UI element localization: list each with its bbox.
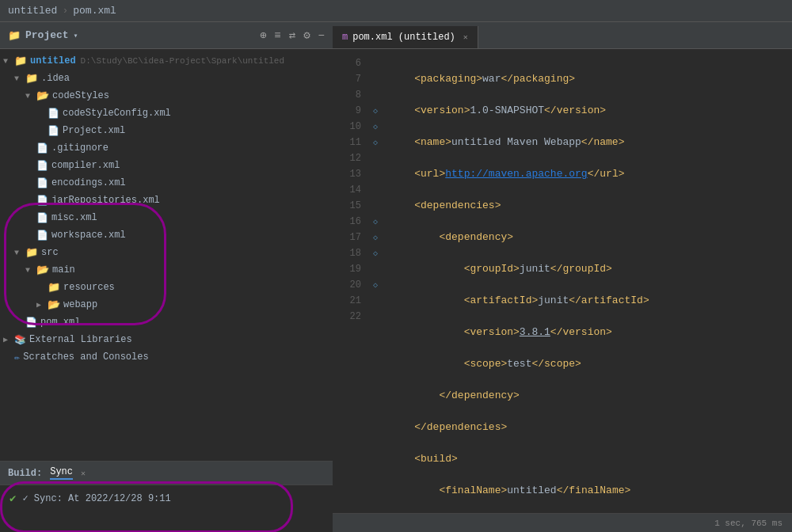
gutter-18[interactable]: ◇ (369, 245, 382, 261)
tree-item-src[interactable]: ▼ 📁 src (0, 244, 333, 261)
tree-item-resources[interactable]: 📁 resources (0, 279, 333, 296)
gutter-20[interactable]: ◇ (369, 277, 382, 293)
gitignore-name: .gitignore (51, 142, 109, 154)
ln-16: 16 (333, 214, 361, 230)
gutter-17[interactable]: ◇ (369, 230, 382, 245)
bottom-panel-header: Build: Sync ✕ (0, 462, 333, 485)
ln-14: 14 (333, 182, 361, 198)
project-header-text: Project (25, 29, 69, 41)
gutter-22 (369, 309, 382, 325)
code-line-16: </dependency> (390, 388, 784, 404)
root-name: untitled (30, 55, 76, 66)
gutter-12 (369, 150, 382, 166)
sync-tab-close[interactable]: ✕ (81, 469, 86, 478)
code-line-6: <packaging>war</packaging> (390, 71, 784, 87)
tree-item-idea[interactable]: ▼ 📁 .idea (0, 70, 333, 87)
root-arrow: ▼ (3, 57, 14, 66)
annotation-circle-2 (0, 481, 293, 532)
editor-tab-pom[interactable]: m pom.xml (untitled) ✕ (333, 26, 478, 48)
tree-item-projectXml[interactable]: 📄 Project.xml (0, 122, 333, 139)
sidebar: 📁 Project ▾ ⊕ ≡ ⇄ ⚙ − ▼ 📁 untitled (0, 22, 333, 532)
code-line-15: <scope>test</scope> (390, 356, 784, 372)
extLibs-icon: 📚 (14, 334, 26, 346)
tree-item-workspace[interactable]: 📄 workspace.xml (0, 226, 333, 244)
bottom-panel: Build: Sync ✕ ✔ ✓ Sync: At 2022/12/28 9:… (0, 461, 333, 532)
ln-10: 10 (333, 119, 361, 135)
tree-item-codeStyles[interactable]: ▼ 📂 codeStyles (0, 87, 333, 104)
project-folder-icon: 📁 (8, 29, 21, 42)
code-line-17: </dependencies> (390, 420, 784, 435)
tree-item-compiler[interactable]: 📄 compiler.xml (0, 157, 333, 174)
editor-tabs: m pom.xml (untitled) ✕ (333, 22, 792, 49)
gutter-16[interactable]: ◇ (369, 214, 382, 230)
pom-tab-close[interactable]: ✕ (463, 32, 468, 42)
gutter-9[interactable]: ◇ (369, 103, 382, 119)
root-folder-icon: 📁 (14, 55, 27, 67)
resources-name: resources (63, 282, 115, 293)
pom-tab-icon: m (342, 32, 348, 43)
code-editor[interactable]: <packaging>war</packaging> <version>1.0-… (382, 49, 792, 513)
title-bar: untitled › pom.xml (0, 0, 792, 22)
misc-icon: 📄 (36, 212, 48, 224)
collapse-icon[interactable]: ⇄ (289, 28, 295, 42)
gutter-11[interactable]: ◇ (369, 135, 382, 150)
extLibs-arrow: ▶ (3, 335, 14, 344)
codeStyles-name: codeStyles (52, 90, 109, 101)
tree-item-webapp[interactable]: ▶ 📂 webapp (0, 296, 333, 314)
ln-15: 15 (333, 198, 361, 214)
encodings-icon: 📄 (36, 177, 48, 189)
expand-icon[interactable]: ≡ (274, 29, 280, 42)
settings-icon[interactable]: ⚙ (303, 28, 310, 42)
sync-tab[interactable]: Sync (50, 466, 73, 480)
jarRepositories-name: jarRepositories.xml (51, 195, 160, 206)
ln-17: 17 (333, 230, 361, 245)
projectXml-name: Project.xml (63, 125, 125, 136)
tree-item-misc[interactable]: 📄 misc.xml (0, 209, 333, 226)
ln-19: 19 (333, 261, 361, 277)
code-line-12: <groupId>junit</groupId> (390, 261, 784, 277)
tree-item-encodings[interactable]: 📄 encodings.xml (0, 174, 333, 192)
compiler-name: compiler.xml (51, 160, 120, 171)
code-line-7: <version>1.0-SNAPSHOT</version> (390, 103, 784, 119)
tree-item-jarRepositories[interactable]: 📄 jarRepositories.xml (0, 192, 333, 209)
tree-item-scratches[interactable]: ✏️ Scratches and Consoles (0, 348, 333, 366)
ln-11: 11 (333, 135, 361, 150)
tree-item-main[interactable]: ▼ 📂 main (0, 261, 333, 279)
tree-root-item[interactable]: ▼ 📁 untitled D:\Study\BC\idea-Project\Sp… (0, 52, 333, 70)
main-name: main (52, 264, 75, 276)
project-label[interactable]: 📁 Project ▾ (8, 29, 78, 42)
resources-folder-icon: 📁 (48, 281, 60, 294)
sync-status-text: ✓ Sync: At 2022/12/28 9:11 (22, 492, 170, 504)
misc-name: misc.xml (51, 212, 97, 223)
scratches-icon: ✏️ (14, 352, 20, 363)
pom-tab-label: pom.xml (untitled) (352, 32, 455, 43)
tree-item-codeStyleConfig[interactable]: 📄 codeStyleConfig.xml (0, 104, 333, 122)
scratches-name: Scratches and Consoles (23, 352, 148, 363)
build-label: Build: (8, 468, 42, 479)
sidebar-header: 📁 Project ▾ ⊕ ≡ ⇄ ⚙ − (0, 22, 333, 49)
idea-arrow: ▼ (14, 74, 25, 83)
gutter-10[interactable]: ◇ (369, 119, 382, 135)
codeStyles-arrow: ▼ (25, 92, 36, 101)
tree-item-pomxml[interactable]: 📄 pom.xml (0, 314, 333, 331)
tree-item-extLibs[interactable]: ▶ 📚 External Libraries (0, 331, 333, 348)
locate-icon[interactable]: ⊕ (260, 28, 266, 42)
status-bar: 1 sec, 765 ms (333, 513, 792, 532)
main-arrow: ▼ (25, 266, 36, 275)
code-line-8: <name>untitled Maven Webapp</name> (390, 135, 784, 150)
webapp-name: webapp (63, 299, 97, 310)
dropdown-arrow[interactable]: ▾ (74, 31, 78, 40)
gutter-area: ◇ ◇ ◇ ◇ ◇ ◇ ◇ (369, 49, 382, 513)
gutter-7 (369, 71, 382, 87)
project-name: untitled (8, 5, 57, 17)
title-separator: › (62, 5, 68, 17)
line-numbers: 6 7 8 9 10 11 12 13 14 15 16 17 18 19 20… (333, 49, 369, 513)
ln-12: 12 (333, 150, 361, 166)
main-layout: 📁 Project ▾ ⊕ ≡ ⇄ ⚙ − ▼ 📁 untitled (0, 22, 792, 532)
code-line-13: <artifactId>junit</artifactId> (390, 293, 784, 309)
gutter-15 (369, 198, 382, 214)
minimize-icon[interactable]: − (318, 29, 325, 42)
sidebar-toolbar: ⊕ ≡ ⇄ ⚙ − (260, 28, 325, 42)
projectXml-icon: 📄 (48, 125, 59, 137)
tree-item-gitignore[interactable]: 📄 .gitignore (0, 139, 333, 157)
